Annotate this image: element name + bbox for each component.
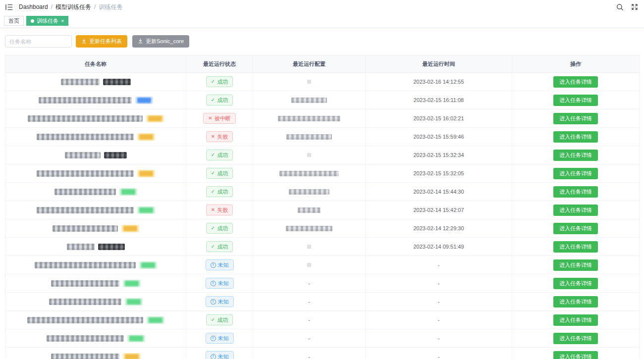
task-tag-pill [121, 225, 139, 232]
time-cell: - [366, 293, 512, 311]
enter-task-detail-button[interactable]: 进入任务详情 [553, 131, 598, 143]
enter-task-detail-button[interactable]: 进入任务详情 [553, 333, 598, 344]
blurred-task-name [51, 354, 119, 359]
column-header-run-status: 最近运行状态 [186, 55, 253, 73]
info-circle-icon: ! [211, 336, 216, 341]
task-tag-pill [123, 353, 141, 359]
breadcrumb-item-dashboard[interactable]: Dashboard [19, 3, 48, 10]
run-time-text: 2023-02-15 16:11:08 [414, 97, 464, 103]
enter-task-detail-button[interactable]: 进入任务详情 [553, 76, 598, 88]
breadcrumb: Dashboard / 模型训练任务 / 训练任务 [19, 3, 122, 11]
action-cell: 进入任务详情 [512, 164, 640, 183]
enter-task-detail-button[interactable]: 进入任务详情 [553, 168, 598, 179]
status-label: 成功 [217, 317, 228, 323]
run-time-text: 2023-02-15 16:02:21 [413, 115, 464, 121]
time-cell: - [366, 329, 512, 348]
status-badge: ✓成功 [206, 168, 233, 179]
breadcrumb-item-model-training[interactable]: 模型训练任务 [55, 3, 91, 11]
enter-task-detail-button[interactable]: 进入任务详情 [553, 95, 598, 106]
empty-config-dash: - [308, 354, 310, 359]
enter-task-detail-button[interactable]: 进入任务详情 [553, 314, 598, 326]
run-time-text: - [438, 354, 440, 359]
run-time-text: 2023-02-16 14:12:55 [413, 79, 464, 85]
update-task-list-button[interactable]: 更新任务列表 [76, 35, 127, 48]
status-label: 成功 [217, 244, 228, 250]
status-label: 失败 [217, 134, 228, 140]
tab-training-tasks-label: 训练任务 [37, 17, 58, 25]
config-cell: - [253, 274, 366, 293]
blurred-config-name [278, 116, 340, 121]
run-time-text: 2023-02-15 15:59:46 [413, 134, 464, 140]
blurred-task-name [37, 134, 134, 140]
blurred-task-name [27, 317, 143, 323]
table-row: ✕失败2023-02-15 15:59:46进入任务详情 [5, 128, 640, 146]
table-header-row: 任务名称 最近运行状态 最近运行配置 最近运行时间 操作 [5, 55, 640, 73]
task-tag-pill [119, 188, 137, 196]
tab-home[interactable]: 首页 [4, 16, 24, 26]
task-name-cell [5, 73, 186, 91]
blurred-config-dot [307, 263, 311, 267]
enter-task-detail-button[interactable]: 进入任务详情 [553, 223, 598, 234]
table-row: ✓成功2023-02-14 15:44:30进入任务详情 [5, 183, 640, 201]
action-cell: 进入任务详情 [512, 238, 640, 256]
task-name-cell [5, 329, 186, 348]
status-badge: ✓成功 [206, 241, 233, 252]
fullscreen-icon[interactable] [631, 3, 638, 11]
status-label: 未知 [218, 262, 229, 268]
task-tag-pill [137, 170, 155, 177]
task-name-cell [5, 274, 186, 293]
task-name-cell [5, 219, 186, 238]
config-cell: - [253, 311, 366, 329]
enter-task-detail-button[interactable]: 进入任务详情 [553, 186, 598, 198]
check-icon: ✓ [211, 98, 215, 103]
status-cell: ✕被中断 [186, 109, 253, 128]
tasks-table: 任务名称 最近运行状态 最近运行配置 最近运行时间 操作 ✓成功2023-02-… [5, 55, 640, 359]
active-tab-dot [31, 19, 34, 23]
status-cell: ✓成功 [186, 219, 253, 238]
enter-task-detail-button[interactable]: 进入任务详情 [553, 259, 598, 271]
task-name-input[interactable] [5, 35, 72, 48]
status-cell: !未知 [186, 256, 253, 274]
sidebar-toggle-icon[interactable] [5, 3, 13, 11]
status-label: 成功 [217, 153, 228, 158]
task-name-cell [5, 164, 186, 183]
blurred-task-name [54, 189, 116, 195]
config-cell [253, 164, 366, 183]
breadcrumb-separator: / [94, 3, 96, 10]
cross-icon: ✕ [211, 134, 215, 139]
enter-task-detail-button[interactable]: 进入任务详情 [553, 241, 598, 253]
enter-task-detail-button[interactable]: 进入任务详情 [553, 296, 598, 308]
task-tag-pill [127, 335, 145, 342]
task-tag-pill [125, 298, 143, 306]
status-cell: !未知 [186, 274, 253, 293]
tab-training-tasks[interactable]: 训练任务 × [26, 16, 68, 26]
table-row: ✓成功--进入任务详情 [5, 311, 640, 329]
check-icon: ✓ [211, 189, 215, 194]
status-cell: ✓成功 [186, 164, 253, 183]
status-label: 成功 [217, 226, 228, 231]
config-cell [253, 256, 366, 274]
enter-task-detail-button[interactable]: 进入任务详情 [553, 113, 598, 124]
task-tag-pill [135, 97, 153, 104]
blurred-task-name [98, 244, 125, 250]
update-sonic-core-button[interactable]: 更新Sonic_core [132, 35, 189, 48]
run-time-text: - [438, 262, 440, 268]
status-cell: ✓成功 [186, 73, 253, 91]
search-icon[interactable] [616, 3, 624, 11]
table-row: ✓成功2023-02-14 09:51:49进入任务详情 [5, 238, 640, 256]
run-time-text: - [438, 317, 440, 323]
tab-close-icon[interactable]: × [61, 18, 64, 24]
time-cell: 2023-02-14 15:44:30 [366, 183, 512, 201]
breadcrumb-separator: / [51, 3, 53, 10]
enter-task-detail-button[interactable]: 进入任务详情 [553, 205, 598, 216]
enter-task-detail-button[interactable]: 进入任务详情 [553, 351, 598, 359]
config-cell [253, 128, 366, 146]
status-cell: ✓成功 [186, 238, 253, 256]
config-cell [253, 91, 366, 109]
status-badge: ✓成功 [206, 186, 233, 197]
enter-task-detail-button[interactable]: 进入任务详情 [553, 150, 598, 161]
cross-icon: ✕ [208, 116, 212, 121]
time-cell: - [366, 256, 512, 274]
enter-task-detail-button[interactable]: 进入任务详情 [553, 278, 598, 289]
time-cell: 2023-02-14 12:29:30 [366, 219, 512, 238]
